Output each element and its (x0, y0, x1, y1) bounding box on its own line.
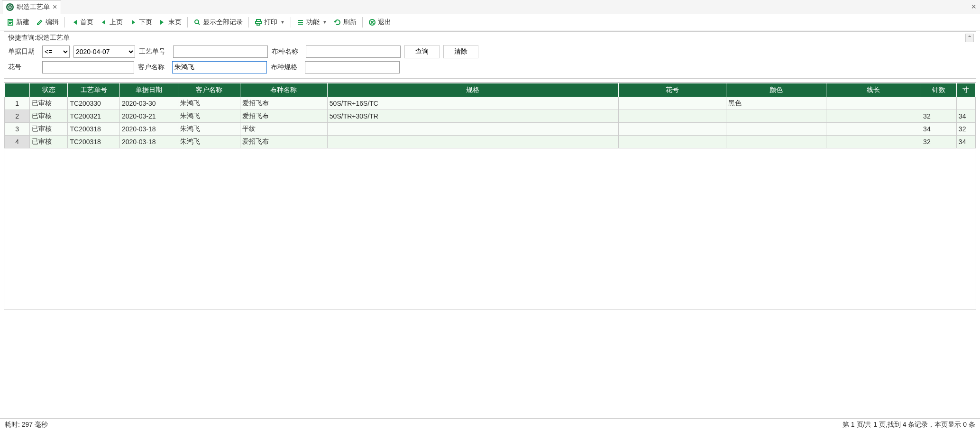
table-cell[interactable] (618, 136, 726, 148)
exit-button[interactable]: 退出 (366, 16, 394, 28)
table-cell[interactable]: TC200318 (68, 136, 119, 148)
table-cell[interactable]: 朱鸿飞 (178, 97, 240, 110)
table-row[interactable]: 1已审核TC2003302020-03-30朱鸿飞爱招飞布50S/TR+16S/… (5, 97, 976, 110)
table-row[interactable]: 3已审核TC2003182020-03-18朱鸿飞平纹3432 (5, 123, 976, 136)
search-button[interactable]: 查询 (404, 45, 440, 58)
refresh-button[interactable]: 刷新 (331, 16, 359, 28)
table-cell[interactable]: 32 (956, 123, 975, 136)
collapse-icon[interactable]: ⌃ (965, 34, 974, 42)
header-customer[interactable]: 客户名称 (178, 83, 240, 97)
first-page-button[interactable]: 首页 (68, 16, 96, 28)
table-cell[interactable]: 2 (5, 110, 30, 123)
header-fabric[interactable]: 布种名称 (240, 83, 327, 97)
table-cell[interactable]: 3 (5, 123, 30, 136)
edit-button[interactable]: 编辑 (33, 16, 62, 28)
tab-active[interactable]: 织造工艺单 × (2, 0, 61, 14)
function-button[interactable]: 功能 ▼ (294, 16, 330, 28)
table-cell[interactable]: 黑色 (726, 97, 826, 110)
table-cell[interactable]: TC200330 (68, 97, 119, 110)
prev-page-button[interactable]: 上页 (97, 16, 126, 28)
table-cell[interactable]: 2020-03-30 (119, 97, 178, 110)
header-rownum[interactable] (5, 83, 30, 97)
table-cell[interactable]: 朱鸿飞 (178, 110, 240, 123)
last-page-button[interactable]: 末页 (156, 16, 184, 28)
grid-scroll[interactable]: 状态 工艺单号 单据日期 客户名称 布种名称 规格 花号 颜色 线长 针数 寸 … (4, 83, 976, 310)
new-button[interactable]: 新建 (4, 16, 32, 28)
separator (187, 17, 188, 28)
table-row[interactable]: 4已审核TC2003182020-03-18朱鸿飞爱招飞布3234 (5, 136, 976, 148)
table-cell[interactable] (618, 110, 726, 123)
header-flower[interactable]: 花号 (618, 83, 726, 97)
table-cell[interactable]: TC200321 (68, 110, 119, 123)
table-cell[interactable]: 34 (956, 110, 975, 123)
fabric-spec-input[interactable] (305, 61, 400, 73)
header-inch[interactable]: 寸 (956, 83, 975, 97)
table-cell[interactable] (956, 97, 975, 110)
header-order[interactable]: 工艺单号 (68, 83, 119, 97)
table-cell[interactable] (726, 136, 826, 148)
header-color[interactable]: 颜色 (726, 83, 826, 97)
table-cell[interactable] (618, 123, 726, 136)
header-date[interactable]: 单据日期 (119, 83, 178, 97)
table-row[interactable]: 2已审核TC2003212020-03-21朱鸿飞爱招飞布50S/TR+30S/… (5, 110, 976, 123)
header-linelen[interactable]: 线长 (826, 83, 921, 97)
table-cell[interactable] (327, 123, 618, 136)
table-cell[interactable]: 已审核 (30, 97, 68, 110)
table-cell[interactable]: 爱招飞布 (240, 110, 327, 123)
refresh-icon (334, 18, 341, 26)
clear-button[interactable]: 清除 (443, 45, 478, 58)
table-cell[interactable]: 50S/TR+16S/TC (327, 97, 618, 110)
table-cell[interactable]: 32 (921, 136, 957, 148)
table-cell[interactable]: 34 (921, 123, 957, 136)
table-cell[interactable]: 2020-03-18 (119, 123, 178, 136)
customer-input[interactable] (172, 61, 267, 73)
flower-no-input[interactable] (42, 61, 134, 73)
table-cell[interactable]: 已审核 (30, 136, 68, 148)
show-all-button[interactable]: 显示全部记录 (191, 16, 246, 28)
label-flower: 花号 (8, 63, 38, 72)
grid-header-row: 状态 工艺单号 单据日期 客户名称 布种名称 规格 花号 颜色 线长 针数 寸 (5, 83, 976, 97)
table-cell[interactable]: TC200318 (68, 123, 119, 136)
operator-select[interactable]: <= (42, 46, 70, 58)
table-cell[interactable] (618, 97, 726, 110)
table-cell[interactable]: 34 (956, 136, 975, 148)
order-no-input[interactable] (173, 46, 268, 58)
table-cell[interactable]: 爱招飞布 (240, 97, 327, 110)
tab-close-icon[interactable]: × (53, 3, 57, 11)
table-cell[interactable] (921, 97, 957, 110)
query-panel: 快捷查询:织造工艺单 ⌃ 单据日期 <= 2020-04-07 工艺单号 布种名… (4, 31, 976, 79)
table-cell[interactable] (826, 136, 921, 148)
query-row-2: 花号 客户名称 布种规格 (8, 61, 972, 73)
table-cell[interactable] (826, 123, 921, 136)
header-status[interactable]: 状态 (30, 83, 68, 97)
table-cell[interactable]: 朱鸿飞 (178, 136, 240, 148)
table-cell[interactable] (726, 123, 826, 136)
table-cell[interactable]: 平纹 (240, 123, 327, 136)
new-icon (7, 18, 14, 26)
table-cell[interactable] (826, 110, 921, 123)
table-cell[interactable]: 2020-03-21 (119, 110, 178, 123)
next-page-button[interactable]: 下页 (127, 16, 155, 28)
chevron-down-icon: ▼ (322, 19, 327, 25)
table-cell[interactable] (327, 136, 618, 148)
table-cell[interactable]: 4 (5, 136, 30, 148)
header-needle[interactable]: 针数 (921, 83, 957, 97)
table-cell[interactable] (826, 97, 921, 110)
table-cell[interactable]: 2020-03-18 (119, 136, 178, 148)
first-icon (71, 18, 78, 26)
table-cell[interactable] (726, 110, 826, 123)
table-cell[interactable]: 32 (921, 110, 957, 123)
table-cell[interactable]: 50S/TR+30S/TR (327, 110, 618, 123)
table-cell[interactable]: 1 (5, 97, 30, 110)
table-cell[interactable]: 爱招飞布 (240, 136, 327, 148)
header-spec[interactable]: 规格 (327, 83, 618, 97)
table-cell[interactable]: 已审核 (30, 110, 68, 123)
label-customer: 客户名称 (138, 63, 168, 72)
window-close-icon[interactable]: × (971, 2, 976, 12)
table-cell[interactable]: 已审核 (30, 123, 68, 136)
fabric-name-input[interactable] (306, 46, 401, 58)
table-cell[interactable]: 朱鸿飞 (178, 123, 240, 136)
svg-point-2 (195, 20, 199, 24)
date-select[interactable]: 2020-04-07 (73, 46, 135, 58)
print-button[interactable]: 打印 ▼ (252, 16, 288, 28)
